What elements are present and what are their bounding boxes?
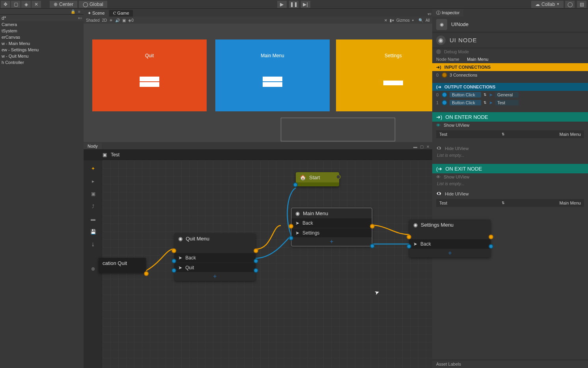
input-icon: ➜) [436, 65, 441, 70]
space-toggle[interactable]: ◯Global [79, 1, 107, 8]
node-main-menu[interactable]: ◉Main Menu ➤Back ➤Settings + [291, 208, 372, 246]
node-row-label: Settings [302, 230, 319, 236]
nody-close-icon[interactable]: ⊗ [89, 265, 97, 273]
panel-lock-icon[interactable]: 🔒 [70, 9, 76, 14]
hierarchy-item[interactable]: tSystem [0, 28, 84, 34]
preview-empty-frame[interactable] [281, 118, 395, 141]
output-connections-header[interactable]: (➜ OUTPUT CONNECTIONS [432, 83, 588, 91]
tab-nody[interactable]: Nody [84, 143, 102, 149]
layers-button[interactable]: ▤ [577, 1, 586, 8]
add-output-button[interactable]: + [291, 237, 372, 246]
add-output-button[interactable]: + [174, 272, 256, 281]
chevron-icon: ⇅ [483, 93, 487, 97]
panel-min-icon[interactable]: ▬ [413, 144, 418, 149]
add-output-button[interactable]: + [409, 249, 491, 257]
preview-main-menu[interactable]: Main Menu [215, 39, 330, 111]
field-label: Node Name [436, 57, 464, 62]
lighting-toggle-icon[interactable]: ☀ [109, 18, 113, 23]
panel-menu-icon[interactable]: ≡ [77, 9, 82, 14]
scene-toolbar: Shaded 2D ☀ 🔊 ▣ ◈0 ✕ ▮▾ Gizmos▾ 🔍 All [84, 17, 432, 24]
fx2-toggle-icon[interactable]: ◈0 [128, 18, 134, 23]
scene-view[interactable]: Quit Main Menu Settings [84, 24, 432, 142]
object-name: UINode [451, 21, 469, 27]
search-field[interactable]: All [426, 18, 430, 23]
nody-share-icon[interactable]: ⤴ [89, 202, 97, 211]
pivot-toggle[interactable]: ⊕Center [50, 1, 77, 8]
tab-inspector[interactable]: ⓘ Inspector [432, 9, 463, 17]
show-uiview-entry[interactable]: Test ⇅ Main Menu [436, 130, 584, 138]
node-app-quit[interactable]: cation Quit [99, 258, 146, 273]
scene-label: d* [2, 15, 6, 21]
send-icon: ➤ [489, 100, 493, 105]
dim-toggle[interactable]: 2D [102, 18, 107, 23]
node-title: cation Quit [103, 260, 127, 266]
preview-title: Settings [336, 39, 432, 58]
on-enter-header[interactable]: ➜) ON ENTER NODE [432, 112, 588, 122]
node-settings-menu[interactable]: ◉Settings Menu ➤Back + [409, 220, 491, 257]
output-target[interactable]: General [495, 92, 519, 98]
rotate-tool-icon[interactable]: ◈ [21, 1, 31, 8]
create-dropdown-icon[interactable]: ▾≡ [78, 16, 82, 20]
hierarchy-item[interactable]: erCanvas [0, 34, 84, 40]
output-trigger[interactable]: Button Click [450, 92, 481, 98]
output-trigger[interactable]: Button Click [450, 100, 481, 105]
panel-close-icon[interactable]: ✕ [425, 144, 431, 149]
gizmos-dropdown[interactable]: Gizmos [396, 18, 410, 23]
hierarchy-item[interactable]: w - Main Menu [0, 40, 84, 47]
eye-icon: 👁 [436, 175, 441, 179]
nody-forward-icon[interactable]: ▸ [89, 177, 97, 186]
scale-tool-icon[interactable]: ✕ [32, 1, 41, 8]
move-tool-icon[interactable]: ▢ [11, 1, 21, 8]
hierarchy-item[interactable]: Camera [0, 21, 84, 28]
pivot-icon: ⊕ [54, 2, 58, 7]
tab-scene[interactable]: ✦ Scene [84, 10, 108, 17]
hand-tool-icon[interactable]: ✥ [1, 1, 10, 8]
output-target[interactable]: Test [495, 100, 519, 105]
nody-saveas-icon[interactable]: ⭳ [89, 240, 97, 249]
account-button[interactable]: ◯ [565, 1, 575, 8]
nody-home-icon[interactable]: ✦ [89, 164, 97, 173]
output-row[interactable]: 0 Button Click ⇅ ➤ General [432, 91, 588, 99]
list-empty-label: List is empty... [432, 180, 588, 187]
node-row-label: Back [185, 255, 196, 261]
camera-icon[interactable]: ▮▾ [390, 18, 394, 23]
panel-max-icon[interactable]: ▢ [419, 144, 424, 149]
draw-mode-dropdown[interactable]: Shaded [86, 18, 99, 23]
audio-toggle-icon[interactable]: 🔊 [115, 18, 120, 23]
hide-uiview-entry[interactable]: Test ⇅ Main Menu [436, 199, 584, 207]
node-quit-menu[interactable]: ◉Quit Menu ➤Back ➤Quit + [174, 233, 256, 281]
node-title: Settings Menu [421, 222, 454, 228]
step-button[interactable]: ▶| [301, 1, 310, 8]
collab-dropdown[interactable]: ☁Collab▼ [531, 1, 564, 8]
hierarchy-panel: 🔒 ≡ d* ▾≡ Camera tSystem erCanvas w - Ma… [0, 9, 84, 368]
input-connections-header[interactable]: ➜) INPUT CONNECTIONS [432, 63, 588, 71]
search-icon[interactable]: 🔍 [418, 18, 423, 23]
nody-frame-icon[interactable]: ▣ [89, 190, 97, 198]
hierarchy-item[interactable]: w - Quit Menu [0, 53, 84, 59]
preview-settings[interactable]: Settings [336, 39, 432, 111]
hierarchy-item[interactable]: ew - Settings Menu [0, 47, 84, 53]
nody-canvas[interactable]: 🏠 Start ◉Main Menu ➤Back ➤Settings + [103, 160, 432, 368]
node-start[interactable]: 🏠 Start [296, 172, 339, 186]
nody-folder-icon[interactable]: ▬ [89, 215, 97, 223]
panel-menu-icon[interactable]: ▾≡ [427, 11, 432, 17]
preview-title: Main Menu [215, 39, 330, 58]
preview-button [140, 82, 159, 87]
debug-label: Debug Mode [444, 49, 469, 54]
output-row[interactable]: 1 Button Click ⇅ ➤ Test [432, 99, 588, 107]
nody-save-icon[interactable]: 💾 [89, 227, 97, 236]
preview-button [383, 81, 403, 85]
node-name-value[interactable]: Main Menu [467, 57, 488, 62]
tool-icon[interactable]: ✕ [384, 18, 387, 23]
tab-game[interactable]: Ⲥ Game [109, 10, 133, 17]
preview-quit[interactable]: Quit [92, 39, 207, 111]
fx-toggle-icon[interactable]: ▣ [122, 18, 126, 23]
home-icon: 🏠 [300, 175, 306, 180]
hierarchy-item[interactable]: h Controller [0, 59, 84, 66]
debug-toggle[interactable] [436, 49, 441, 54]
pause-button[interactable]: ❚❚ [289, 1, 299, 8]
play-button[interactable]: ▶ [277, 1, 287, 8]
on-exit-header[interactable]: (➜ ON EXIT NODE [432, 164, 588, 173]
hide-uiview-label: Hide UIView [445, 192, 469, 196]
main-toolbar: ✥ ▢ ◈ ✕ ⊕Center ◯Global ▶ ❚❚ ▶| ☁Collab▼… [0, 0, 588, 9]
